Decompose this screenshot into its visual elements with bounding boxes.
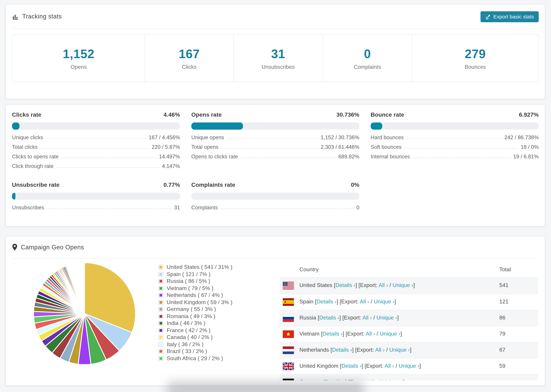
export-unique-link[interactable]: Unique › xyxy=(374,299,395,304)
bracket-text: ] xyxy=(403,379,404,380)
legend-swatch xyxy=(158,349,163,354)
rate-stat-row: Click through rate4.147% xyxy=(12,162,180,171)
rate-title: Unsubscribe rate xyxy=(12,182,60,189)
dotted-leader xyxy=(240,158,336,158)
slash-text: / xyxy=(378,379,382,380)
geo-row-vietnam: Vietnam [Details ›] [Export: All › / Uni… xyxy=(280,326,538,342)
legend-label: Spain ( 121 / 7% ) xyxy=(167,271,211,277)
geo-row-united-states: United States [Details ›] [Export: All ›… xyxy=(280,278,538,294)
stat-row-value: 18 / 0% xyxy=(521,144,539,150)
export-unique-link[interactable]: Unique › xyxy=(382,379,403,380)
export-all-link[interactable]: All › xyxy=(366,331,375,336)
export-unique-link[interactable]: Unique › xyxy=(399,363,419,369)
gb-flag-icon xyxy=(282,362,294,371)
details-link[interactable]: Details › xyxy=(325,379,345,380)
rate-stat-rows: Hard bounces242 / 86.738%Soft bounces18 … xyxy=(371,133,539,162)
us-flag-icon xyxy=(282,281,294,290)
legend-label: United States ( 541 / 31% ) xyxy=(167,264,232,270)
legend-item-south-africa: South Africa ( 29 / 2% ) xyxy=(158,356,232,361)
stat-row-label: Unique opens xyxy=(191,134,224,140)
stat-value: 31 xyxy=(271,47,285,61)
dotted-leader xyxy=(61,158,157,158)
bracket-text: ] xyxy=(410,347,411,353)
stat-value: 0 xyxy=(364,47,371,61)
legend-label: Germany ( 55 / 3% ) xyxy=(167,306,216,313)
details-link[interactable]: Details › xyxy=(317,299,337,304)
export-all-link[interactable]: All › xyxy=(362,315,372,321)
export-unique-link[interactable]: Unique › xyxy=(376,315,397,321)
legend-label: Russia ( 86 / 5% ) xyxy=(167,278,210,284)
country-name: Russia [ xyxy=(299,315,319,321)
legend-label: United Kingdom ( 59 / 3% ) xyxy=(167,299,232,305)
export-unique-link[interactable]: Unique › xyxy=(389,347,410,353)
geo-row-links: Netherlands [Details ›] [Export: All › /… xyxy=(299,347,411,353)
tracking-stats-header: Tracking stats Export basic stats xyxy=(12,4,539,29)
legend-item-russia: Russia ( 86 / 5% ) xyxy=(158,279,232,284)
stat-row-value: 2,303 / 61.446% xyxy=(321,144,359,150)
rate-progress-track xyxy=(191,193,359,200)
legend-label: Italy ( 36 / 2% ) xyxy=(167,341,204,348)
geo-row-links: United Kingdom [Details ›] [Export: All … xyxy=(299,363,421,369)
rate-block-clicks-rate: Clicks rate4.46%Unique clicks167 / 4.456… xyxy=(12,112,180,171)
stat-value: 279 xyxy=(465,47,486,61)
rate-block-unsubscribe-rate: Unsubscribe rate0.77%Unsubscribes31 xyxy=(12,182,180,213)
details-link[interactable]: Details › xyxy=(332,347,352,353)
bracket-text: ] [Export: xyxy=(355,282,379,288)
export-all-link[interactable]: All › xyxy=(368,379,378,380)
geo-row-total: 541 xyxy=(499,282,509,288)
slash-text: / xyxy=(375,331,380,336)
geo-row-united-kingdom: United Kingdom [Details ›] [Export: All … xyxy=(280,358,538,374)
details-link[interactable]: Details › xyxy=(341,363,361,369)
dotted-leader xyxy=(40,148,150,148)
bracket-text: ] [Export: xyxy=(361,363,385,369)
rate-block-opens-rate: Opens rate30.736%Unique opens1,152 / 30.… xyxy=(191,112,359,171)
details-link[interactable]: Details › xyxy=(319,315,339,321)
stat-label: Unsubscribes xyxy=(261,64,295,70)
stat-row-value: 689.82% xyxy=(339,154,359,160)
country-name: United States [ xyxy=(299,282,335,288)
export-unique-link[interactable]: Unique › xyxy=(393,282,413,288)
legend-swatch xyxy=(158,265,163,270)
geo-row-total: 79 xyxy=(499,331,505,337)
export-all-link[interactable]: All › xyxy=(360,299,369,304)
map-pin-icon xyxy=(12,244,17,251)
slash-text: / xyxy=(369,299,374,304)
country-name: Vietnam [ xyxy=(299,331,323,336)
details-link[interactable]: Details › xyxy=(323,331,343,336)
geo-row-total: 86 xyxy=(499,315,505,321)
rate-stat-row: Hard bounces242 / 86.738% xyxy=(371,133,539,143)
legend-label: France ( 42 / 2% ) xyxy=(167,327,211,334)
bracket-text: ] [Export: xyxy=(352,347,375,353)
legend-item-brazil: Brazil ( 33 / 2% ) xyxy=(158,349,232,354)
bracket-text: ] xyxy=(400,331,402,336)
export-basic-stats-button[interactable]: Export basic stats xyxy=(480,11,539,22)
legend-item-netherlands: Netherlands ( 67 / 4% ) xyxy=(158,293,232,298)
stat-row-label: Hard bounces xyxy=(371,134,404,140)
rate-value: 6.927% xyxy=(519,112,539,118)
export-all-link[interactable]: All › xyxy=(379,282,388,288)
slash-text: / xyxy=(388,282,393,288)
geo-row-links: United States [Details ›] [Export: All ›… xyxy=(299,282,415,288)
stat-label: Bounces xyxy=(465,64,486,70)
legend-item-france: France ( 42 / 2% ) xyxy=(158,328,232,333)
country-name: Spain [ xyxy=(299,299,317,304)
export-all-link[interactable]: All › xyxy=(375,347,385,353)
legend-swatch xyxy=(158,286,163,291)
legend-swatch xyxy=(158,342,163,347)
export-unique-link[interactable]: Unique › xyxy=(380,331,400,336)
rate-progress-track xyxy=(371,122,539,130)
rates-card: Clicks rate4.46%Unique clicks167 / 4.456… xyxy=(6,104,545,226)
bracket-text: ] [Export: xyxy=(343,331,366,336)
legend-item-germany: Germany ( 55 / 3% ) xyxy=(158,307,232,312)
legend-item-italy: Italy ( 36 / 2% ) xyxy=(158,342,232,347)
stat-row-label: Unsubscribes xyxy=(12,204,44,211)
legend-swatch xyxy=(158,279,163,284)
details-link[interactable]: Details › xyxy=(335,282,355,288)
rate-stat-row: Complaints0 xyxy=(191,203,359,213)
export-all-link[interactable]: All › xyxy=(385,363,394,369)
stat-label: Complaints xyxy=(354,64,381,70)
stat-label: Opens xyxy=(71,64,87,70)
legend-label: South Africa ( 29 / 2% ) xyxy=(167,355,223,362)
rate-value: 0% xyxy=(351,182,359,189)
stat-value: 167 xyxy=(179,47,200,61)
